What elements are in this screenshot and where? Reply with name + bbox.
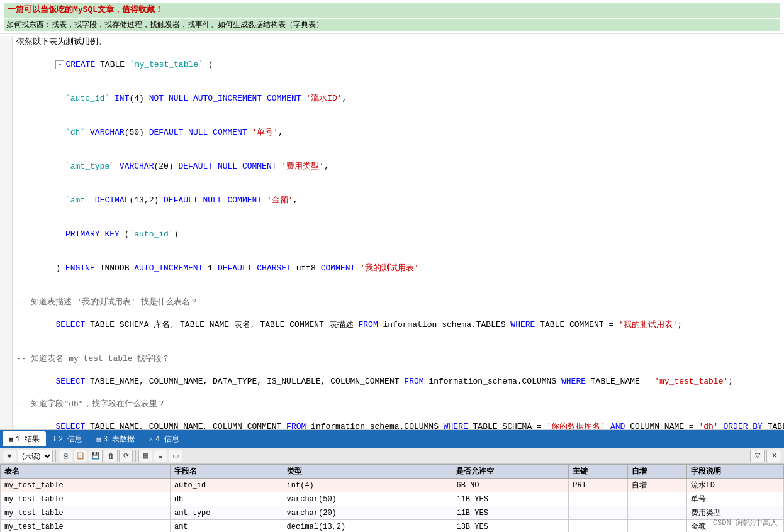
line-num (0, 116, 13, 150)
create-table-line: -CREATE TABLE `my_test_table` ( (16, 48, 784, 82)
table-row[interactable]: my_test_tableauto_idint(4)6B NOPRI自增流水ID (1, 479, 784, 492)
code-editor[interactable]: 依然以下表为测试用例。 -CREATE TABLE `my_test_table… (0, 34, 784, 430)
primary-key-line: PRIMARY KEY (`auto_id`) (16, 218, 784, 252)
toolbar-grid-btn[interactable]: ▦ (138, 450, 152, 462)
bottom-panel: ▦ 1 结果 ℹ 2 信息 ▤ 3 表数据 ⚠ 4 信息 ▼ (只读) (0, 430, 784, 532)
tab-tabledata[interactable]: ▤ 3 表数据 (90, 431, 141, 446)
table-cell[interactable] (627, 520, 686, 533)
watermark: CSDN @传说中高人 (713, 518, 778, 528)
col-fieldname[interactable]: 字段名 (170, 465, 283, 479)
table-cell[interactable]: my_test_table (1, 506, 171, 520)
table-cell[interactable] (627, 506, 686, 520)
table-cell[interactable]: 11B YES (452, 506, 569, 520)
table-row[interactable]: my_test_tableamtdecimal(13,2)13B YES金额 (1, 520, 784, 533)
table-cell[interactable]: PRI (569, 479, 628, 492)
toolbar-nav-btn[interactable]: ▼ (3, 450, 16, 462)
table-row[interactable]: my_test_tabledhvarchar(50)11B YES单号 (1, 492, 784, 506)
toolbar-copy-btn[interactable]: ⎘ (59, 450, 72, 462)
table-cell[interactable]: 自增 (627, 479, 686, 492)
col-nullable[interactable]: 是否允许空 (452, 465, 569, 479)
line-num (0, 82, 13, 116)
table-cell[interactable]: varchar(20) (283, 506, 452, 520)
toolbar-list-btn[interactable]: ≡ (154, 450, 167, 462)
collapse-btn[interactable]: - (55, 60, 64, 69)
table-cell[interactable] (569, 506, 628, 520)
tab-tabledata-label: 3 表数据 (103, 434, 135, 445)
col-type[interactable]: 类型 (283, 465, 452, 479)
col-tablename[interactable]: 表名 (1, 465, 171, 479)
line-num (0, 184, 13, 218)
tab-results[interactable]: ▦ 1 结果 (3, 431, 46, 446)
info2-icon: ⚠ (148, 435, 153, 443)
results-table-area: 表名 字段名 类型 是否允许空 主键 自增 字段说明 my_test_table… (0, 464, 784, 532)
toolbar-paste-btn[interactable]: 📋 (74, 450, 87, 462)
sql-2: SELECT TABLE_NAME, COLUMN_NAME, DATA_TYP… (16, 365, 784, 399)
table-cell[interactable]: 6B NO (452, 479, 569, 492)
intro-text: 依然以下表为测试用例。 (16, 36, 784, 48)
tab-info2-label: 4 信息 (155, 434, 179, 445)
subtitle-bar: 如何找东西：找表，找字段，找存储过程，找触发器，找事件。如何生成数据结构表（字典… (4, 19, 780, 31)
line-num (0, 48, 13, 82)
line-num (0, 218, 13, 252)
engine-line: ) ENGINE=INNODB AUTO_INCREMENT=1 DEFAULT… (16, 252, 784, 285)
table-cell[interactable]: decimal(13,2) (283, 520, 452, 533)
table-cell[interactable]: 单号 (686, 492, 783, 506)
table-cell[interactable]: auto_id (170, 479, 283, 492)
comment-3: -- 知道字段"dh"，找字段在什么表里？ (16, 399, 784, 410)
toolbar-filter-btn[interactable]: ▽ (750, 450, 765, 462)
table-cell[interactable] (569, 492, 628, 506)
field-dh: `dh` VARCHAR(50) DEFAULT NULL COMMENT '单… (16, 116, 784, 150)
sql-1: SELECT TABLE_SCHEMA 库名, TABLE_NAME 表名, T… (16, 308, 784, 342)
table-cell[interactable]: amt_type (170, 506, 283, 520)
table-cell[interactable]: int(4) (283, 479, 452, 492)
tab-info2[interactable]: ⚠ 4 信息 (142, 431, 186, 446)
table-cell[interactable]: my_test_table (1, 492, 171, 506)
toolbar-save-btn[interactable]: 💾 (89, 450, 103, 462)
table-cell[interactable]: 11B YES (452, 492, 569, 506)
col-autoincrement[interactable]: 自增 (627, 465, 686, 479)
toolbar: ▼ (只读) ⎘ 📋 💾 🗑 ⟳ ▦ ≡ ▭ ▽ ✕ (0, 448, 784, 464)
subtitle-text: 如何找东西：找表，找字段，找存储过程，找触发器，找事件。如何生成数据结构表（字典… (6, 21, 323, 30)
col-primarykey[interactable]: 主键 (569, 465, 628, 479)
table-cell[interactable]: my_test_table (1, 479, 171, 492)
table-cell[interactable]: my_test_table (1, 520, 171, 533)
separator-1 (55, 450, 56, 462)
table-cell[interactable]: 13B YES (452, 520, 569, 533)
toolbar-delete-btn[interactable]: 🗑 (104, 450, 118, 462)
field-amt: `amt` DECIMAL(13,2) DEFAULT NULL COMMENT… (16, 184, 784, 218)
table-body: my_test_tableauto_idint(4)6B NOPRI自增流水ID… (1, 479, 784, 533)
highlight-bar: 一篇可以当饭吃的MySQL文章，值得收藏！ (4, 3, 780, 18)
separator-2 (135, 450, 136, 462)
tabs-bar: ▦ 1 结果 ℹ 2 信息 ▤ 3 表数据 ⚠ 4 信息 (0, 430, 784, 448)
toolbar-form-btn[interactable]: ▭ (169, 450, 182, 462)
info-icon: ℹ (53, 435, 56, 443)
comment-2: -- 知道表名 my_test_table 找字段？ (16, 353, 784, 365)
field-auto-id: `auto_id` INT(4) NOT NULL AUTO_INCREMENT… (16, 82, 784, 116)
table-row[interactable]: my_test_tableamt_typevarchar(20)11B YES费… (1, 506, 784, 520)
line-num (0, 150, 13, 184)
highlight-text: 一篇可以当饭吃的MySQL文章，值得收藏！ (8, 5, 163, 14)
table-cell[interactable]: dh (170, 492, 283, 506)
table-cell[interactable] (627, 492, 686, 506)
tab-results-label: 1 结果 (16, 434, 40, 445)
sql-3a: SELECT TABLE_NAME, COLUMN_NAME, COLUMN_C… (16, 410, 784, 430)
toolbar-clear-btn[interactable]: ✕ (766, 450, 781, 462)
field-amt-type: `amt_type` VARCHAR(20) DEFAULT NULL COMM… (16, 150, 784, 184)
line-num (0, 36, 13, 48)
tab-info[interactable]: ℹ 2 信息 (47, 431, 89, 446)
col-fielddesc[interactable]: 字段说明 (686, 465, 783, 479)
table-cell[interactable]: varchar(50) (283, 492, 452, 506)
table-icon: ▤ (96, 435, 101, 443)
results-icon: ▦ (9, 435, 13, 443)
line-num (0, 252, 13, 285)
table-cell[interactable]: 流水ID (686, 479, 783, 492)
readonly-select[interactable]: (只读) (18, 450, 53, 462)
toolbar-refresh-btn[interactable]: ⟳ (119, 450, 133, 462)
comment-1: -- 知道表描述 '我的测试用表' 找是什么表名？ (16, 297, 784, 308)
results-table: 表名 字段名 类型 是否允许空 主键 自增 字段说明 my_test_table… (0, 464, 784, 532)
table-cell[interactable]: amt (170, 520, 283, 533)
tab-info-label: 2 信息 (59, 434, 82, 445)
table-cell[interactable] (569, 520, 628, 533)
